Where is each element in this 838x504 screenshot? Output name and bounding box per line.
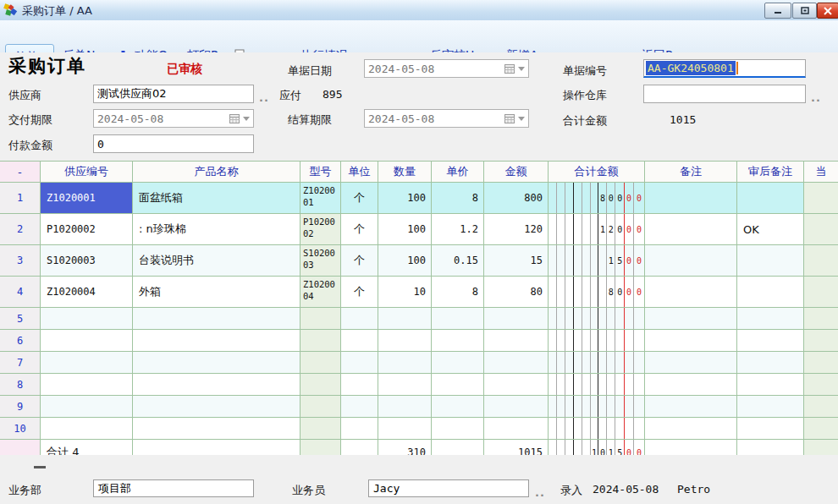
quantity-cell[interactable]	[378, 352, 432, 373]
unit-cell[interactable]	[341, 396, 378, 417]
product-name-cell[interactable]	[133, 308, 300, 329]
unit-cell[interactable]: 个	[341, 214, 378, 244]
product-name-cell[interactable]	[133, 396, 300, 417]
row-number-cell[interactable]: 6	[0, 330, 41, 351]
extra-cell[interactable]	[804, 352, 838, 373]
total-amount-ledger-cell[interactable]: 80000	[549, 183, 645, 213]
row-number-cell[interactable]: 10	[0, 418, 41, 439]
total-amount-ledger-cell[interactable]: 8000	[549, 277, 645, 307]
unit-price-cell[interactable]	[432, 396, 484, 417]
amount-cell[interactable]	[484, 418, 549, 439]
supplier-code-cell[interactable]: Z1020004	[41, 277, 133, 307]
total-amount-ledger-cell[interactable]	[549, 396, 645, 417]
supplier-field[interactable]: 测试供应商02	[93, 85, 254, 103]
row-number-cell[interactable]: 2	[0, 214, 41, 244]
quantity-cell[interactable]: 100	[378, 183, 432, 213]
unit-price-cell[interactable]	[432, 352, 484, 373]
extra-cell[interactable]	[804, 245, 838, 276]
amount-cell[interactable]: 15	[484, 245, 549, 276]
product-name-cell[interactable]	[133, 330, 300, 351]
grid-header-cell[interactable]: 供应编号	[41, 162, 133, 182]
audit-remark-cell[interactable]	[737, 418, 804, 439]
audit-remark-cell[interactable]	[737, 183, 804, 213]
extra-cell[interactable]	[804, 277, 838, 307]
supplier-code-cell[interactable]: P1020002	[41, 214, 133, 244]
doc-no-field[interactable]: AA-GK24050801	[643, 59, 806, 78]
unit-cell[interactable]: 个	[341, 245, 378, 276]
grid-header-cell[interactable]: 单位	[341, 162, 378, 182]
total-amount-ledger-cell[interactable]: 1500	[549, 245, 645, 276]
row-number-cell[interactable]: 3	[0, 245, 41, 276]
total-amount-ledger-cell[interactable]	[549, 352, 645, 373]
product-name-cell[interactable]	[133, 352, 300, 373]
supplier-code-cell[interactable]	[41, 308, 133, 329]
supplier-browse-button[interactable]: ..	[259, 91, 269, 104]
model-cell[interactable]	[300, 308, 341, 329]
remark-cell[interactable]	[645, 396, 737, 417]
row-number-cell[interactable]: 5	[0, 308, 41, 329]
quantity-cell[interactable]	[378, 396, 432, 417]
quantity-cell[interactable]	[378, 308, 432, 329]
unit-cell[interactable]	[341, 374, 378, 395]
remark-cell[interactable]	[645, 374, 737, 395]
amount-cell[interactable]: 80	[484, 277, 549, 307]
row-number-cell[interactable]: 7	[0, 352, 41, 373]
unit-price-cell[interactable]	[432, 418, 484, 439]
warehouse-browse-button[interactable]: ..	[811, 91, 821, 104]
extra-cell[interactable]	[804, 396, 838, 417]
total-amount-ledger-cell[interactable]	[549, 330, 645, 351]
salesman-field[interactable]: Jacy	[368, 479, 529, 497]
total-amount-ledger-cell[interactable]	[549, 308, 645, 329]
product-name-cell[interactable]: 面盆纸箱	[133, 183, 300, 213]
audit-remark-cell[interactable]	[737, 330, 804, 351]
remark-cell[interactable]	[645, 330, 737, 351]
grid-header-cell[interactable]: 数量	[378, 162, 432, 182]
grid-header-cell[interactable]: 合计金额	[549, 162, 645, 182]
model-cell[interactable]: S1020003	[300, 245, 341, 276]
extra-cell[interactable]	[804, 330, 838, 351]
calendar-icon[interactable]	[504, 63, 525, 74]
extra-cell[interactable]	[804, 183, 838, 213]
warehouse-field[interactable]	[643, 85, 806, 103]
model-cell[interactable]: P1020002	[300, 214, 341, 244]
minimize-button[interactable]	[764, 3, 791, 19]
model-cell[interactable]	[300, 418, 341, 439]
amount-cell[interactable]	[484, 374, 549, 395]
model-cell[interactable]	[300, 352, 341, 373]
product-name-cell[interactable]: 台装说明书	[133, 245, 300, 276]
amount-cell[interactable]	[484, 352, 549, 373]
remark-cell[interactable]	[645, 245, 737, 276]
unit-cell[interactable]	[341, 352, 378, 373]
dept-field[interactable]: 项目部	[93, 479, 254, 497]
payment-field[interactable]: 0	[93, 134, 254, 153]
unit-price-cell[interactable]: 0.15	[432, 245, 484, 276]
close-button[interactable]	[817, 3, 838, 19]
total-amount-ledger-cell[interactable]	[549, 418, 645, 439]
product-name-cell[interactable]	[133, 418, 300, 439]
remark-cell[interactable]	[645, 214, 737, 244]
delivery-date-field[interactable]: 2024-05-08	[93, 109, 254, 128]
settle-date-field[interactable]: 2024-05-08	[364, 109, 529, 128]
grid-header-cell[interactable]: -	[0, 162, 41, 182]
unit-cell[interactable]	[341, 308, 378, 329]
remark-cell[interactable]	[645, 352, 737, 373]
extra-cell[interactable]	[804, 214, 838, 244]
audit-remark-cell[interactable]	[737, 308, 804, 329]
unit-price-cell[interactable]: 8	[432, 183, 484, 213]
unit-price-cell[interactable]	[432, 374, 484, 395]
remark-cell[interactable]	[645, 183, 737, 213]
quantity-cell[interactable]	[378, 418, 432, 439]
audit-remark-cell[interactable]	[737, 277, 804, 307]
remark-cell[interactable]	[645, 277, 737, 307]
unit-cell[interactable]	[341, 418, 378, 439]
model-cell[interactable]	[300, 330, 341, 351]
grid-header-cell[interactable]: 型号	[300, 162, 341, 182]
quantity-cell[interactable]	[378, 374, 432, 395]
supplier-code-cell[interactable]	[41, 330, 133, 351]
amount-cell[interactable]	[484, 330, 549, 351]
audit-remark-cell[interactable]	[737, 245, 804, 276]
audit-remark-cell[interactable]: OK	[737, 214, 804, 244]
quantity-cell[interactable]	[378, 330, 432, 351]
extra-cell[interactable]	[804, 374, 838, 395]
unit-price-cell[interactable]	[432, 308, 484, 329]
